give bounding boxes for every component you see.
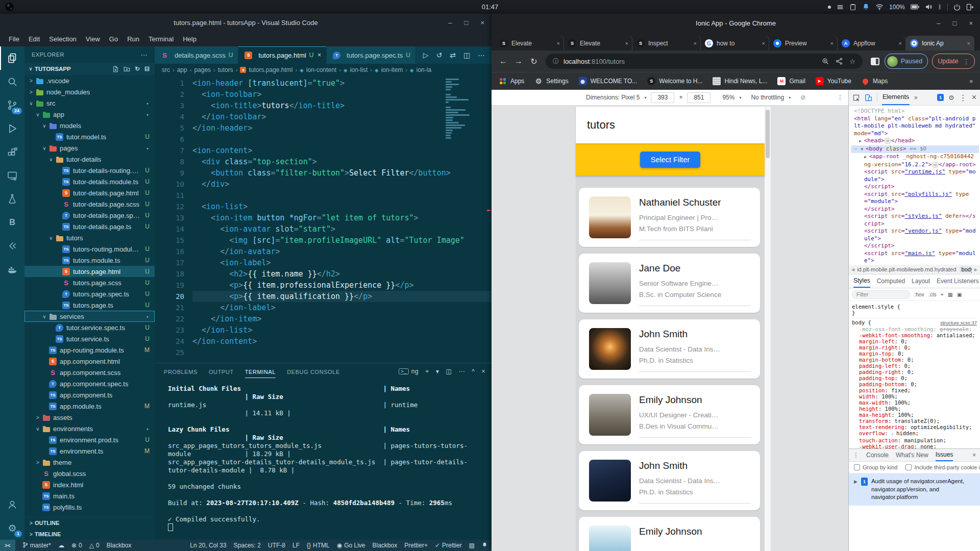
code-line-18[interactable]: <h2>{{ item.name }}</h2> (192, 268, 492, 280)
tutor-card[interactable]: John SmithData Scientist - Data Ins…Ph.D… (579, 319, 760, 379)
hov-toggle[interactable]: :hov (914, 291, 924, 297)
status-ln-20-col-33[interactable]: Ln 20, Col 33 (190, 542, 226, 549)
css-property[interactable]: -moz-osx-font-smoothing: grayscale; (852, 326, 977, 332)
browser-tab-ionic-ap[interactable]: Ionic Ap× (906, 36, 974, 51)
code-line-14[interactable]: <ion-avatar slot="start"> (192, 223, 492, 235)
status-error[interactable]: ⊗0 (71, 542, 82, 549)
status-prettier[interactable]: ✓Prettier (435, 542, 462, 549)
tab-elements[interactable]: Elements (882, 90, 910, 105)
code-line-10[interactable]: </div> (192, 179, 492, 190)
dom-node[interactable]: </script> (851, 206, 979, 213)
explorer-icon[interactable] (0, 46, 24, 70)
tutor-card[interactable]: Nathaniel SchusterPrincipal Engineer | P… (579, 188, 760, 247)
styles-pane[interactable]: element.style { } body { structure.scss:… (849, 301, 980, 448)
tree-item-environment.prod.ts[interactable]: TSenvironment.prod.tsU (24, 434, 155, 445)
tree-item-index.html[interactable]: 5index.html (24, 479, 155, 490)
tab-close-icon[interactable]: × (317, 52, 321, 59)
throttling-dropdown-icon[interactable]: ▾ (789, 95, 791, 100)
tree-item-tutor.service.ts[interactable]: TStutor.service.tsU (24, 333, 155, 344)
code-line-16[interactable]: </ion-avatar> (192, 246, 492, 257)
css-property[interactable]: max-height: 100%; (852, 412, 977, 418)
code-line-15[interactable]: <img [src]="item.profileImageURL" alt="T… (192, 235, 492, 246)
inspect-icon[interactable] (852, 94, 860, 102)
code-line-22[interactable]: </ion-item> (192, 313, 492, 324)
status-blackbox[interactable]: Blackbox (107, 542, 132, 549)
tree-item-app-routing.module.ts[interactable]: TSapp-routing.module.tsM (24, 344, 155, 356)
code-line-13[interactable]: <ion-item button *ngFor="let item of tut… (192, 212, 492, 223)
tree-item-tutors-routing.module.ts[interactable]: TStutors-routing.module.tsU (24, 243, 155, 255)
bookmark-gmail[interactable]: MGmail (777, 77, 805, 85)
css-property[interactable]: position: fixed; (852, 387, 977, 393)
issue-expand-icon[interactable]: ▶ (854, 478, 857, 485)
run-debug-icon[interactable] (0, 117, 24, 140)
notification-bell-icon[interactable] (862, 3, 870, 11)
status-branch[interactable]: master* (22, 542, 51, 549)
close-button[interactable]: × (969, 19, 973, 27)
tree-item-polyfills.ts[interactable]: TSpolyfills.ts (24, 502, 155, 513)
rule-selector[interactable]: body { (852, 319, 871, 325)
system-tray[interactable]: 100% ᛒ (828, 3, 974, 11)
tree-item-tutor-details.module.ts[interactable]: TStutor-details.module.tsU (24, 176, 155, 187)
zoom-icon[interactable] (822, 58, 829, 65)
compare-icon[interactable]: ⇄ (450, 51, 456, 59)
code-line-12[interactable]: <ion-list> (192, 201, 492, 212)
logout-icon[interactable] (966, 4, 974, 11)
dom-node[interactable]: ⋯ ▼ <body class> == $0 (851, 145, 979, 154)
code-line-23[interactable]: </ion-list> (192, 324, 492, 336)
styles-filter-input[interactable]: Filter (852, 290, 910, 299)
dom-node[interactable]: </script> (851, 242, 979, 250)
menu-go[interactable]: Go (105, 34, 122, 44)
css-property[interactable]: padding-top: 0; (852, 375, 977, 381)
menu-icon[interactable] (837, 4, 844, 11)
dom-node[interactable]: <script src="vendor.js" type="module"> (851, 228, 979, 242)
tree-item-tutors.module.ts[interactable]: TStutors.module.tsU (24, 255, 155, 266)
css-property[interactable]: padding-left: 0; (852, 363, 977, 369)
tree-item-environments[interactable]: ∨environments● (24, 423, 155, 434)
dom-crumb-html[interactable]: id.plt-mobile.plt-mobileweb.md.hydrated (857, 266, 956, 272)
dom-node[interactable]: <script src="runtime.js" type="module"> (851, 168, 979, 183)
shell-selector[interactable]: >_ ng (399, 368, 419, 375)
device-toolbar-icon[interactable] (865, 94, 872, 102)
tutor-card[interactable]: Jane DoeSenior Software Engine…B.Sc. in … (579, 254, 760, 313)
tree-item-.vscode[interactable]: >.vscode (24, 75, 155, 86)
maximize-button[interactable]: □ (464, 19, 469, 27)
dom-crumb-body[interactable]: body (960, 266, 972, 272)
dom-node[interactable]: <script src="main.js" type="module"> (851, 250, 979, 265)
code-line-25[interactable] (192, 347, 492, 358)
azure-icon[interactable] (0, 234, 24, 258)
menu-run[interactable]: Run (122, 34, 144, 44)
status-spaces-2[interactable]: Spaces: 2 (234, 542, 261, 549)
split-editor-icon[interactable]: ◫ (463, 51, 470, 59)
reload-icon[interactable]: ↻ (527, 57, 541, 66)
share-icon[interactable] (836, 58, 843, 65)
tree-item-tutor.model.ts[interactable]: TStutor.model.tsU (24, 131, 155, 142)
checkbox-include-third-party-cookie-issues[interactable]: Include third-party cookie issues (905, 464, 980, 470)
back-icon[interactable]: ← (497, 57, 510, 66)
tab-close-icon[interactable]: × (830, 40, 834, 46)
grid-icon[interactable]: ▦ (948, 291, 953, 297)
profile-chip[interactable]: Paused (885, 54, 928, 69)
panel-tab-debug-console[interactable]: DEBUG CONSOLE (287, 365, 340, 378)
breadcrumb-item[interactable]: app (177, 66, 187, 73)
styles-tab-event-listeners[interactable]: Event Listeners (937, 278, 979, 285)
devtools-menu-icon[interactable]: ⋮ (959, 93, 967, 103)
rule-source-link[interactable]: structure.scss:37 (940, 320, 977, 326)
tree-item-tutors.page.spec.ts[interactable]: Ttutors.page.spec.tsU (24, 288, 155, 299)
status-doc[interactable]: ▤ (469, 542, 475, 549)
site-info-icon[interactable]: ⓘ (553, 57, 559, 66)
browser-tab-how-to[interactable]: Ghow to× (701, 36, 769, 51)
devtools-settings-icon[interactable]: ⚙ (948, 94, 954, 102)
css-property[interactable]: text-rendering: optimizeLegibility; (852, 424, 977, 430)
menu-edit[interactable]: Edit (24, 34, 44, 44)
volume-icon[interactable] (925, 4, 933, 10)
editor-tab-tutors.page.spec.ts[interactable]: Ttutors.page.spec.tsU (327, 46, 416, 64)
dom-node[interactable]: <script src="polyfills.js" type="module"… (851, 191, 979, 206)
maximize-button[interactable]: □ (953, 19, 957, 27)
css-property[interactable]: padding-bottom: 0; (852, 381, 977, 387)
dom-node[interactable]: <!DOCTYPE html> (851, 108, 979, 115)
bookmark-settings[interactable]: ⚙Settings (534, 77, 568, 85)
activities-icon[interactable] (5, 3, 14, 11)
status-prettier-[interactable]: Prettier+ (404, 542, 428, 549)
devtools-close-icon[interactable]: × (972, 93, 976, 102)
device-width-input[interactable]: 393 (651, 92, 674, 103)
